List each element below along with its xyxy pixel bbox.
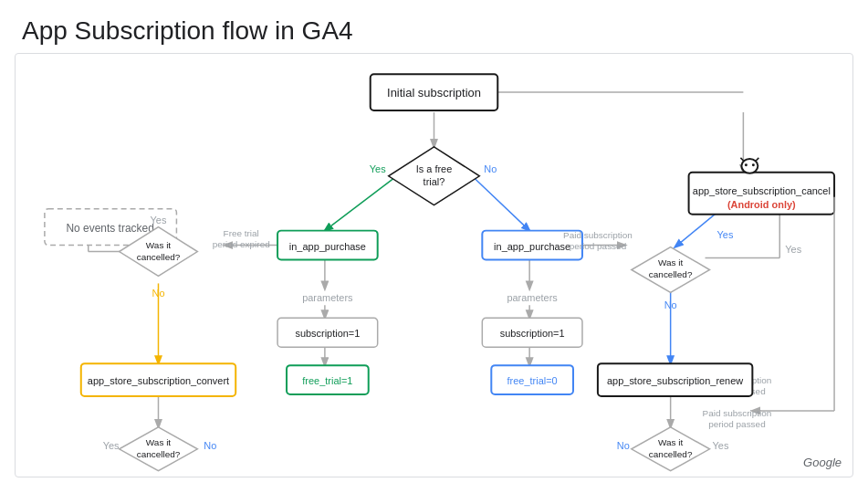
app-store-cancel-label: app_store_subscription_cancel bbox=[693, 185, 831, 196]
svg-point-38 bbox=[752, 163, 755, 166]
parameters-left-label: parameters bbox=[302, 292, 353, 303]
free-trial-question-line1: Is a free bbox=[416, 163, 453, 174]
free-trial-expired-label-line1: Free trial bbox=[224, 228, 259, 238]
was-cancelled-bottom-left-line2: cancelled? bbox=[137, 449, 181, 459]
no-cancelled-bottom-right-label: No bbox=[617, 440, 630, 451]
diagram-container: Initial subscription No events tracked I… bbox=[15, 53, 853, 477]
no-free-trial-label: No bbox=[484, 163, 497, 174]
no-cancelled-left-label: No bbox=[152, 288, 164, 299]
app-store-renew-label: app_store_subscription_renew bbox=[607, 375, 743, 386]
svg-line-40 bbox=[756, 158, 758, 161]
yes-cancelled-left-label: Yes bbox=[151, 215, 167, 226]
google-logo: Google bbox=[803, 456, 842, 469]
android-icon bbox=[740, 158, 758, 174]
was-cancelled-bottom-left-line1: Was it bbox=[146, 437, 172, 447]
free-trial-question-line2: trial? bbox=[424, 176, 445, 187]
free-trial-1-label: free_trial=1 bbox=[302, 375, 352, 386]
svg-point-36 bbox=[742, 160, 757, 173]
no-right-top-label: No bbox=[664, 299, 677, 310]
svg-point-37 bbox=[745, 163, 748, 166]
android-only-label: (Android only) bbox=[727, 199, 796, 210]
was-cancelled-left-line2: cancelled? bbox=[137, 252, 181, 262]
flowchart-svg: Initial subscription No events tracked I… bbox=[16, 54, 852, 477]
was-cancelled-right-top-line2: cancelled? bbox=[649, 269, 693, 279]
free-trial-expired-label-line2: period expired bbox=[213, 239, 270, 249]
yes-cancel-label: Yes bbox=[717, 229, 734, 240]
paid-sub-bottom-label: Paid subscription bbox=[703, 408, 772, 418]
was-cancelled-left-line1: Was it bbox=[146, 240, 172, 250]
yes-free-trial-label: Yes bbox=[370, 163, 386, 174]
app-store-convert-label: app_store_subscription_convert bbox=[88, 375, 229, 386]
in-app-purchase-right-label: in_app_purchase bbox=[494, 241, 570, 252]
in-app-purchase-left-label: in_app_purchase bbox=[289, 241, 366, 252]
no-events-tracked-label: No events tracked bbox=[66, 222, 153, 235]
paid-sub-bottom-label2: period passed bbox=[708, 419, 766, 429]
was-cancelled-right-top-line1: Was it bbox=[658, 257, 684, 267]
yes-right-top-label: Yes bbox=[785, 244, 801, 255]
initial-subscription-label: Initial subscription bbox=[387, 86, 481, 100]
no-cancelled-bottom-left-label: No bbox=[204, 440, 216, 451]
free-trial-0-label: free_trial=0 bbox=[507, 375, 558, 386]
svg-line-2 bbox=[475, 179, 529, 231]
yes-cancelled-bottom-right-label: Yes bbox=[713, 440, 729, 451]
svg-line-15 bbox=[675, 214, 716, 247]
paid-sub-left-line2: period passed bbox=[570, 241, 627, 251]
subscription-1-left-label: subscription=1 bbox=[295, 328, 360, 339]
page-title: App Subscription flow in GA4 bbox=[0, 0, 868, 53]
subscription-1-right-label: subscription=1 bbox=[500, 328, 565, 339]
was-cancelled-bottom-right-line1: Was it bbox=[658, 437, 684, 447]
parameters-right-label: parameters bbox=[507, 292, 558, 303]
paid-sub-left-line1: Paid subscription bbox=[563, 230, 633, 240]
yes-cancelled-bottom-left-label: Yes bbox=[103, 440, 120, 451]
svg-line-1 bbox=[325, 179, 393, 231]
was-cancelled-bottom-right-line2: cancelled? bbox=[649, 449, 693, 459]
